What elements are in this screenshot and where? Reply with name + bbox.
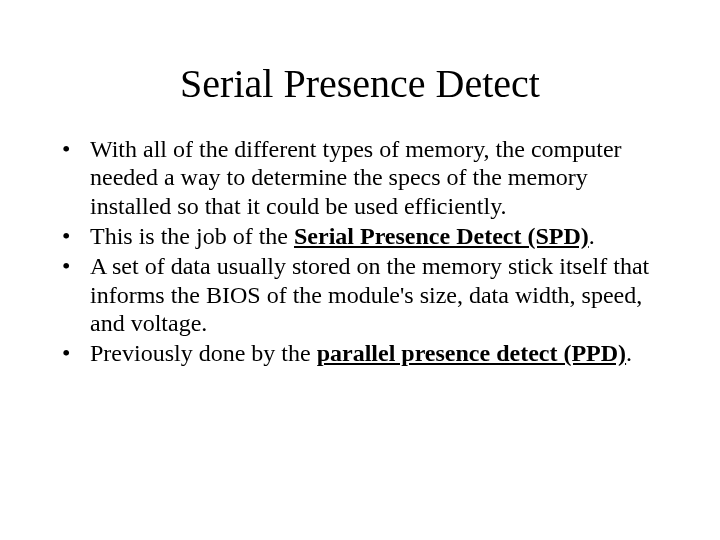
list-item: With all of the different types of memor… <box>56 135 664 220</box>
list-item: A set of data usually stored on the memo… <box>56 252 664 337</box>
bullet-list: With all of the different types of memor… <box>56 135 664 368</box>
slide-body: With all of the different types of memor… <box>0 135 720 368</box>
bullet-text-post: . <box>626 340 632 366</box>
slide: Serial Presence Detect With all of the d… <box>0 60 720 540</box>
list-item: Previously done by the parallel presence… <box>56 339 664 367</box>
slide-title: Serial Presence Detect <box>0 60 720 107</box>
list-item: This is the job of the Serial Presence D… <box>56 222 664 250</box>
bullet-emph: parallel presence detect (PPD) <box>317 340 626 366</box>
bullet-text: This is the job of the <box>90 223 294 249</box>
bullet-text: A set of data usually stored on the memo… <box>90 253 649 336</box>
bullet-text-post: . <box>589 223 595 249</box>
bullet-text: Previously done by the <box>90 340 317 366</box>
bullet-emph: Serial Presence Detect (SPD) <box>294 223 589 249</box>
bullet-text: With all of the different types of memor… <box>90 136 622 219</box>
